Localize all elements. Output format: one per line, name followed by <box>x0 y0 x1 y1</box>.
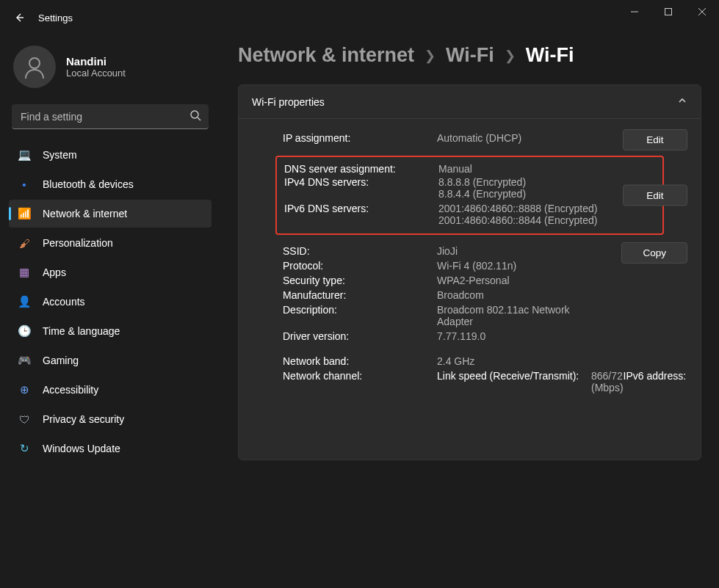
dns-highlight-box: DNS server assignment: Manual IPv4 DNS s… <box>275 156 664 235</box>
gaming-icon: 🎮 <box>16 352 32 369</box>
apps-icon: ▦ <box>16 264 32 280</box>
label-protocol: Protocol: <box>283 260 437 272</box>
label-ipv6-dns: IPv6 DNS servers: <box>284 203 438 226</box>
panel-title: Wi-Fi properties <box>252 96 325 108</box>
value-ip-assignment: Automatic (DHCP) <box>437 132 521 144</box>
value-description: Broadcom 802.11ac Network Adapter <box>437 304 599 327</box>
user-name: Nandini <box>66 55 126 68</box>
label-dns-assignment: DNS server assignment: <box>284 163 438 175</box>
sidebar-item-network-internet[interactable]: 📶Network & internet <box>9 200 212 228</box>
sidebar-item-label: Network & internet <box>43 208 127 219</box>
sidebar-item-gaming[interactable]: 🎮Gaming <box>9 346 212 374</box>
label-network-band: Network band: <box>283 355 437 367</box>
edit-dns-button[interactable]: Edit <box>623 185 687 206</box>
chevron-right-icon: ❯ <box>505 48 516 64</box>
chevron-up-icon <box>677 95 687 108</box>
value-ipv6-dns: 2001:4860:4860::8888 (Encrypted) 2001:48… <box>438 203 597 226</box>
panel-header-wifi-properties[interactable]: Wi-Fi properties <box>239 85 701 118</box>
back-button[interactable] <box>12 10 26 25</box>
accounts-icon: 👤 <box>16 294 32 310</box>
value-protocol: Wi-Fi 4 (802.11n) <box>437 260 516 272</box>
value-driver-version: 7.77.119.0 <box>437 330 485 342</box>
network-internet-icon: 📶 <box>16 206 32 222</box>
copy-button[interactable]: Copy <box>621 242 687 264</box>
accessibility-icon: ⊕ <box>16 382 32 398</box>
label-description: Description: <box>283 304 437 327</box>
edit-ip-button[interactable]: Edit <box>623 129 687 150</box>
time-language-icon: 🕒 <box>16 323 32 339</box>
close-button[interactable] <box>685 0 719 23</box>
avatar <box>13 46 56 88</box>
breadcrumb: Network & internet ❯ Wi-Fi ❯ Wi-Fi <box>238 44 701 67</box>
sidebar-item-system[interactable]: 💻System <box>9 141 212 169</box>
label-ipv6-address: IPv6 address: <box>624 370 719 440</box>
search-icon <box>189 109 201 123</box>
sidebar-item-bluetooth-devices[interactable]: •Bluetooth & devices <box>9 170 212 198</box>
sidebar-item-label: Apps <box>43 266 66 278</box>
sidebar-item-label: Bluetooth & devices <box>43 178 134 190</box>
label-security-type: Security type: <box>283 275 437 286</box>
sidebar-item-time-language[interactable]: 🕒Time & language <box>9 317 212 345</box>
label-driver-version: Driver version: <box>283 330 437 342</box>
label-manufacturer: Manufacturer: <box>283 289 437 301</box>
sidebar-item-label: Accessibility <box>43 384 98 396</box>
label-ssid: SSID: <box>283 245 437 257</box>
breadcrumb-current: Wi-Fi <box>526 44 574 67</box>
sidebar-item-apps[interactable]: ▦Apps <box>9 258 212 286</box>
value-dns-assignment: Manual <box>438 163 472 175</box>
value-security-type: WPA2-Personal <box>437 275 510 286</box>
svg-rect-1 <box>665 9 672 15</box>
label-ipv4-dns: IPv4 DNS servers: <box>284 176 438 200</box>
windows-update-icon: ↻ <box>16 440 32 457</box>
value-ipv4-dns: 8.8.8.8 (Encrypted) 8.8.4.4 (Encrypted) <box>438 176 526 200</box>
personalization-icon: 🖌 <box>16 235 32 251</box>
value-manufacturer: Broadcom <box>437 289 484 301</box>
label-network-channel: Network channel: <box>283 370 437 443</box>
sidebar-item-label: Time & language <box>43 325 120 337</box>
value-link-speed: 866/72 (Mbps) <box>591 370 624 440</box>
bluetooth-devices-icon: • <box>16 176 32 192</box>
svg-line-6 <box>198 117 200 120</box>
sidebar-item-label: System <box>43 149 77 161</box>
svg-point-5 <box>191 111 198 118</box>
minimize-icon <box>631 8 638 15</box>
sidebar-item-label: Windows Update <box>43 443 120 454</box>
system-icon: 💻 <box>16 147 32 163</box>
user-subtitle: Local Account <box>66 68 126 79</box>
sidebar-item-personalization[interactable]: 🖌Personalization <box>9 229 212 257</box>
minimize-button[interactable] <box>618 0 651 23</box>
arrow-left-icon <box>13 12 25 23</box>
value-network-band: 2.4 GHz <box>437 355 474 367</box>
sidebar-item-label: Accounts <box>43 296 85 308</box>
sidebar-item-label: Privacy & security <box>43 413 124 425</box>
breadcrumb-root[interactable]: Network & internet <box>238 44 414 67</box>
label-ip-assignment: IP assignment: <box>283 132 437 144</box>
window-title: Settings <box>38 12 73 23</box>
svg-point-4 <box>29 58 40 68</box>
chevron-right-icon: ❯ <box>424 48 436 64</box>
maximize-icon <box>665 8 672 15</box>
user-account-block[interactable]: Nandini Local Account <box>9 41 212 100</box>
close-icon <box>698 8 706 15</box>
sidebar-item-accounts[interactable]: 👤Accounts <box>9 288 212 316</box>
sidebar-item-accessibility[interactable]: ⊕Accessibility <box>9 376 212 404</box>
person-icon <box>21 54 48 80</box>
search-input[interactable] <box>12 104 209 129</box>
privacy-security-icon: 🛡 <box>16 411 32 427</box>
sidebar-item-label: Personalization <box>43 237 113 249</box>
sidebar-item-privacy-security[interactable]: 🛡Privacy & security <box>9 405 212 433</box>
breadcrumb-mid[interactable]: Wi-Fi <box>446 44 494 67</box>
sidebar-item-windows-update[interactable]: ↻Windows Update <box>9 435 212 462</box>
value-ssid: JioJi <box>437 245 458 257</box>
maximize-button[interactable] <box>651 0 685 23</box>
sidebar-item-label: Gaming <box>43 355 79 366</box>
label-link-speed: Link speed (Receive/Transmit): <box>437 370 591 440</box>
